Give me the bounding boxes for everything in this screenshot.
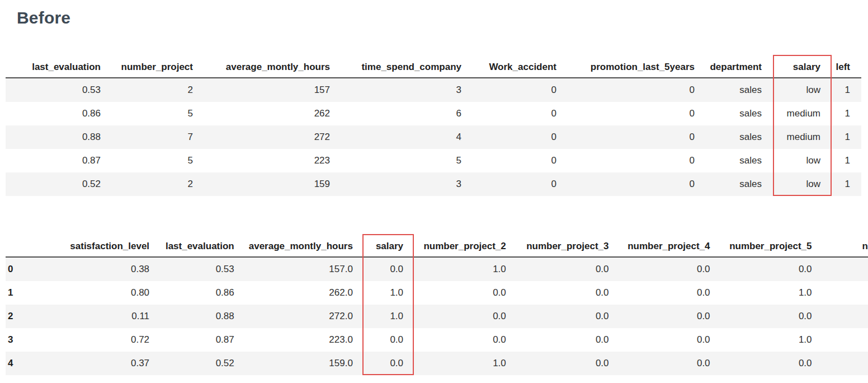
cell: 0.0 (620, 352, 721, 375)
cell (823, 281, 868, 305)
cell: 0.88 (6, 125, 112, 149)
cell: sales (706, 102, 773, 125)
header-row: satisfaction_levellast_evaluationaverage… (6, 235, 868, 257)
table-row: 30.720.87223.00.00.00.00.01.0 (6, 328, 868, 352)
header-row: last_evaluationnumber_projectaverage_mon… (6, 56, 861, 78)
cell: 3 (341, 172, 473, 196)
column-header-average_montly_hours: average_montly_hours (246, 235, 364, 257)
cell: 0.11 (27, 305, 161, 328)
cell: 0.0 (620, 328, 721, 352)
truncated-column-header: n (823, 235, 868, 257)
cell: 1.0 (414, 257, 517, 281)
column-header-department: department (706, 56, 773, 78)
cell: 0.0 (721, 352, 823, 375)
row-index: 1 (6, 281, 27, 305)
cell: 0.0 (721, 257, 823, 281)
cell: 0 (473, 125, 568, 149)
column-header-salary: salary (773, 56, 832, 78)
table-row: 0.522159300saleslow1 (6, 172, 861, 196)
cell (823, 328, 868, 352)
cell: 159 (204, 172, 341, 196)
cell: 157.0 (246, 257, 364, 281)
cell: 262 (204, 102, 341, 125)
cell: low (773, 78, 832, 102)
encoded-dataframe-wrap: satisfaction_levellast_evaluationaverage… (6, 235, 868, 375)
column-header-left: left (832, 56, 861, 78)
cell: 0.53 (161, 257, 246, 281)
cell: 0 (473, 149, 568, 172)
cell: 0.0 (364, 352, 414, 375)
cell: 0.38 (27, 257, 161, 281)
cell: low (773, 172, 832, 196)
cell: sales (706, 125, 773, 149)
cell: sales (706, 78, 773, 102)
cell: 1 (832, 125, 861, 149)
cell: 1.0 (364, 281, 414, 305)
cell: 0 (568, 149, 706, 172)
cell: 1 (832, 172, 861, 196)
cell: 272 (204, 125, 341, 149)
cell: 0.0 (364, 257, 414, 281)
cell: 0.0 (414, 305, 517, 328)
cell: 0.0 (517, 305, 620, 328)
row-index: 0 (6, 257, 27, 281)
column-header-satisfaction_level: satisfaction_level (27, 235, 161, 257)
column-header-average_montly_hours: average_montly_hours (204, 56, 341, 78)
cell: 0.0 (364, 328, 414, 352)
cell: 0.0 (517, 257, 620, 281)
cell: 0 (568, 125, 706, 149)
column-header-time_spend_company: time_spend_company (341, 56, 473, 78)
table-row: 0.532157300saleslow1 (6, 78, 861, 102)
cell (823, 257, 868, 281)
page-title: Before (17, 9, 868, 27)
cell: 0 (568, 78, 706, 102)
column-header-number_project: number_project (112, 56, 204, 78)
cell (823, 352, 868, 375)
cell: 223 (204, 149, 341, 172)
cell: 0 (473, 78, 568, 102)
row-index: 4 (6, 352, 27, 375)
index-column-header (6, 235, 27, 257)
table-row: 0.875223500saleslow1 (6, 149, 861, 172)
cell: sales (706, 149, 773, 172)
row-index: 2 (6, 305, 27, 328)
cell (823, 305, 868, 328)
table-row: 00.380.53157.00.01.00.00.00.0 (6, 257, 868, 281)
column-header-promotion_last_5years: promotion_last_5years (568, 56, 706, 78)
encoded-dataframe: satisfaction_levellast_evaluationaverage… (6, 235, 868, 375)
column-header-Work_accident: Work_accident (473, 56, 568, 78)
cell: 0 (473, 172, 568, 196)
cell: 6 (341, 102, 473, 125)
cell: 0 (568, 102, 706, 125)
cell: 0 (568, 172, 706, 196)
cell: 0.0 (517, 352, 620, 375)
cell: 0.0 (414, 328, 517, 352)
column-header-last_evaluation: last_evaluation (161, 235, 246, 257)
cell: 0.0 (620, 281, 721, 305)
table-row: 0.865262600salesmedium1 (6, 102, 861, 125)
column-header-number_project_4: number_project_4 (620, 235, 721, 257)
cell: 0.37 (27, 352, 161, 375)
before-dataframe: last_evaluationnumber_projectaverage_mon… (6, 56, 861, 196)
cell: 0.52 (6, 172, 112, 196)
cell: 1 (832, 149, 861, 172)
cell: 3 (341, 78, 473, 102)
before-dataframe-wrap: last_evaluationnumber_projectaverage_mon… (6, 56, 868, 196)
cell: 0.87 (161, 328, 246, 352)
cell: 223.0 (246, 328, 364, 352)
cell: 262.0 (246, 281, 364, 305)
cell: 0.53 (6, 78, 112, 102)
cell: 0.86 (161, 281, 246, 305)
column-header-number_project_5: number_project_5 (721, 235, 823, 257)
cell: 0.88 (161, 305, 246, 328)
cell: 0.0 (517, 328, 620, 352)
table-row: 20.110.88272.01.00.00.00.00.0 (6, 305, 868, 328)
cell: 157 (204, 78, 341, 102)
cell: 1.0 (721, 328, 823, 352)
cell: 1.0 (364, 305, 414, 328)
cell: 0.0 (414, 281, 517, 305)
cell: 0.72 (27, 328, 161, 352)
cell: 4 (341, 125, 473, 149)
cell: 0.0 (517, 281, 620, 305)
cell: 0.86 (6, 102, 112, 125)
